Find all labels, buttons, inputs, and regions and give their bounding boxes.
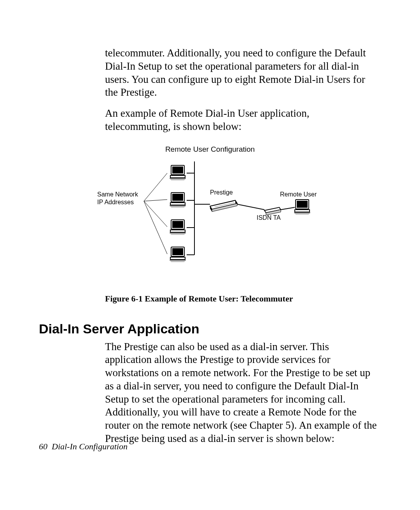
- prestige-router-icon: [210, 200, 237, 212]
- figure-caption: Figure 6-1 Example of Remote User: Telec…: [105, 294, 381, 304]
- svg-line-18: [281, 207, 295, 210]
- svg-line-22: [144, 201, 167, 254]
- page-footer: 60 Dial-In Configuration: [39, 442, 128, 452]
- paragraph-2: An example of Remote Dial-in User applic…: [105, 107, 377, 133]
- diagram-container: Remote User Configuration: [39, 145, 381, 274]
- svg-line-15: [237, 204, 264, 210]
- body-text-block: telecommuter. Additionally, you need to …: [105, 47, 377, 133]
- section-heading: Dial-In Server Application: [39, 321, 381, 336]
- footer-section: Dial-In Configuration: [52, 442, 128, 451]
- label-prestige: Prestige: [210, 189, 233, 196]
- network-diagram: Same Network IP Addresses Prestige Remot…: [93, 158, 327, 274]
- diagram-title: Remote User Configuration: [39, 145, 381, 154]
- svg-line-20: [144, 200, 167, 201]
- paragraph-3: The Prestige can also be used as a dial-…: [105, 340, 377, 445]
- page: telecommuter. Additionally, you need to …: [0, 0, 420, 510]
- label-remote-user: Remote User: [280, 191, 317, 198]
- label-same-network: Same Network: [97, 191, 138, 198]
- body-text-block-2: The Prestige can also be used as a dial-…: [105, 340, 377, 445]
- svg-line-19: [144, 173, 167, 201]
- label-isdn-ta: ISDN TA: [257, 214, 281, 221]
- isdn-ta-icon: [264, 207, 281, 215]
- svg-line-21: [144, 201, 167, 227]
- page-number: 60: [39, 442, 47, 451]
- label-ip-addresses: IP Addresses: [97, 199, 134, 205]
- paragraph-1: telecommuter. Additionally, you need to …: [105, 47, 377, 99]
